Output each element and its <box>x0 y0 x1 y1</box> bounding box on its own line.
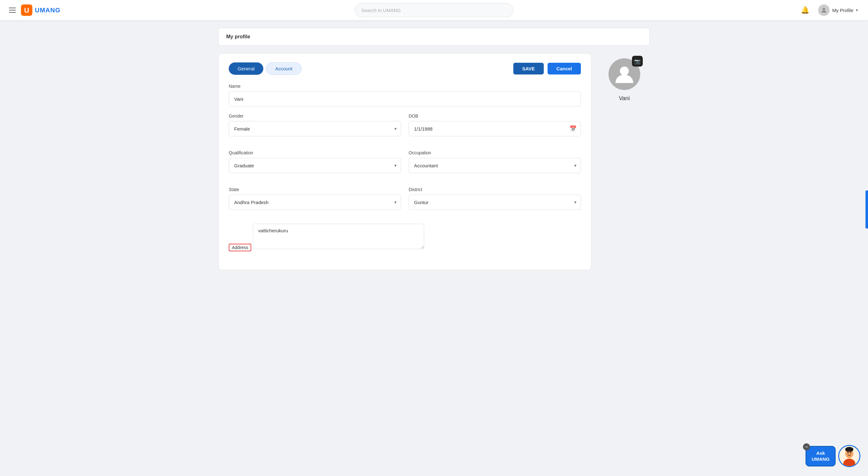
ask-umang-label[interactable]: Ask UMANG <box>806 446 836 467</box>
state-district-row: State Andhra Pradesh Telangana Karnataka… <box>229 187 581 217</box>
occupation-label: Occupation <box>409 150 581 155</box>
search-container <box>71 3 797 17</box>
ask-umang-avatar-icon <box>838 445 860 467</box>
svg-text:U: U <box>24 6 29 14</box>
notification-bell-icon[interactable]: 🔔 <box>801 6 809 14</box>
occupation-select[interactable]: Accountant Doctor Engineer Teacher Other… <box>409 158 581 173</box>
qualification-select[interactable]: Graduate Post Graduate Under Graduate Ot… <box>229 158 401 173</box>
avatar-container: 📷 <box>609 58 640 90</box>
breadcrumb-card: My profile <box>218 28 650 46</box>
calendar-icon[interactable]: 📅 <box>569 125 577 132</box>
profile-sidebar: 📷 Vani <box>599 53 650 107</box>
tabs-right: SAVE Cancel <box>513 63 581 74</box>
district-field-group: District Guntur Vijayawada Visakhapatnam… <box>409 187 581 210</box>
camera-button[interactable]: 📷 <box>632 56 643 67</box>
gender-label: Gender <box>229 113 401 118</box>
gender-dob-row: Gender Female Male Other ▾ DOB 📅 <box>229 113 581 143</box>
tab-general[interactable]: General <box>229 62 263 75</box>
camera-icon: 📷 <box>634 58 641 64</box>
logo-text: UMANG <box>35 7 61 14</box>
page-title: My profile <box>226 34 250 39</box>
scrollbar-indicator[interactable] <box>865 191 868 229</box>
tabs-row: General Account SAVE Cancel <box>229 62 581 75</box>
header-avatar-icon <box>818 4 830 16</box>
sidebar-username: Vani <box>619 95 630 102</box>
state-label: State <box>229 187 401 192</box>
svg-point-6 <box>847 452 849 453</box>
svg-point-8 <box>844 459 855 467</box>
tab-account[interactable]: Account <box>266 62 301 75</box>
district-label: District <box>409 187 581 192</box>
save-button[interactable]: SAVE <box>513 63 544 74</box>
header-right: 🔔 My Profile ▾ <box>797 3 860 17</box>
svg-point-10 <box>849 451 849 452</box>
gender-select-wrap: Female Male Other ▾ <box>229 121 401 136</box>
gender-field-group: Gender Female Male Other ▾ <box>229 113 401 136</box>
header-left: U UMANG <box>8 4 71 16</box>
dob-input[interactable] <box>409 121 581 136</box>
qualification-label: Qualification <box>229 150 401 155</box>
search-input[interactable] <box>355 3 513 17</box>
state-field-group: State Andhra Pradesh Telangana Karnataka… <box>229 187 401 210</box>
tabs-left: General Account <box>229 62 302 75</box>
address-input[interactable]: vatticherukuru <box>253 224 424 249</box>
name-field-group: Name <box>229 84 581 106</box>
hamburger-menu-button[interactable] <box>8 6 17 14</box>
ask-umang-chatbot[interactable]: − Ask UMANG <box>806 445 860 467</box>
content-row: General Account SAVE Cancel Name Gender <box>218 53 650 270</box>
qualification-occupation-row: Qualification Graduate Post Graduate Und… <box>229 150 581 180</box>
address-field-group: Address vatticherukuru <box>229 224 581 254</box>
search-input-wrap <box>355 3 513 17</box>
svg-point-2 <box>823 8 825 10</box>
gender-select[interactable]: Female Male Other <box>229 121 401 136</box>
cancel-button[interactable]: Cancel <box>548 63 581 74</box>
profile-name-label: My Profile <box>832 8 854 13</box>
app-header: U UMANG 🔔 My Profile ▾ <box>0 0 868 20</box>
name-input[interactable] <box>229 91 581 106</box>
occupation-select-wrap: Accountant Doctor Engineer Teacher Other… <box>409 158 581 173</box>
umang-logo-icon: U <box>21 4 32 16</box>
logo-container: U UMANG <box>21 4 61 16</box>
state-select[interactable]: Andhra Pradesh Telangana Karnataka Tamil… <box>229 195 401 210</box>
qualification-select-wrap: Graduate Post Graduate Under Graduate Ot… <box>229 158 401 173</box>
svg-point-3 <box>620 67 629 75</box>
district-select[interactable]: Guntur Vijayawada Visakhapatnam Tirupati <box>409 195 581 210</box>
district-select-wrap: Guntur Vijayawada Visakhapatnam Tirupati… <box>409 195 581 210</box>
main-content: My profile General Account SAVE Cancel N… <box>206 20 662 278</box>
dob-label: DOB <box>409 113 581 118</box>
address-label: Address <box>229 244 251 251</box>
profile-chevron-down-icon: ▾ <box>856 8 858 12</box>
minimize-chatbot-button[interactable]: − <box>803 443 810 450</box>
occupation-field-group: Occupation Accountant Doctor Engineer Te… <box>409 150 581 173</box>
state-select-wrap: Andhra Pradesh Telangana Karnataka Tamil… <box>229 195 401 210</box>
qualification-field-group: Qualification Graduate Post Graduate Und… <box>229 150 401 173</box>
svg-point-7 <box>850 452 851 453</box>
name-label: Name <box>229 84 581 89</box>
dob-input-wrap: 📅 <box>409 121 581 136</box>
profile-form-card: General Account SAVE Cancel Name Gender <box>218 53 591 270</box>
profile-menu-button[interactable]: My Profile ▾ <box>816 3 860 17</box>
dob-field-group: DOB 📅 <box>409 113 581 136</box>
